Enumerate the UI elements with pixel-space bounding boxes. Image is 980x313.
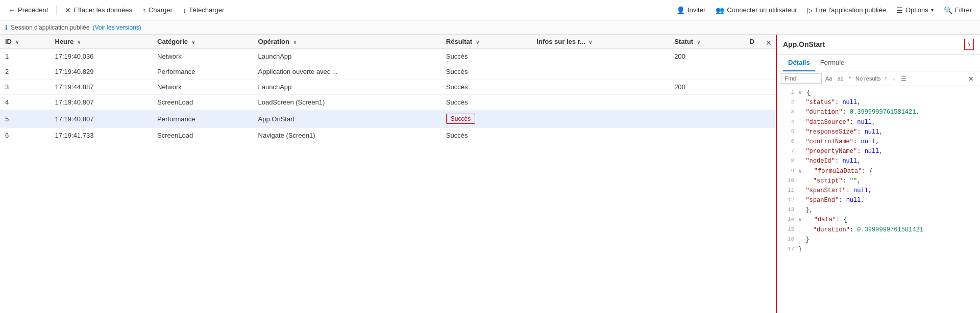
json-line: 6 "controlName": null, <box>777 137 980 147</box>
cell-id: 2 <box>0 64 50 80</box>
search-icon: 🔍 <box>944 6 952 14</box>
json-line: 9∨ "formulaData": { <box>777 167 980 176</box>
tab-details[interactable]: Détails <box>783 55 815 71</box>
cell-heure: 17:19:40.807 <box>50 110 153 128</box>
filter-button[interactable]: 🔍 Filtrer <box>940 4 976 16</box>
tab-formule[interactable]: Formule <box>815 55 850 71</box>
detail-panel-title: App.OnStart <box>783 40 825 48</box>
case-sensitive-icon[interactable]: Aa <box>824 74 834 83</box>
back-button[interactable]: ← Précédent <box>4 4 52 16</box>
find-input[interactable] <box>781 73 822 84</box>
table-body: 117:19:40.036NetworkLaunchAppSuccès20021… <box>0 49 776 143</box>
result-badge: Succès <box>446 114 475 124</box>
cell-operation: Application ouverte avec ... <box>253 64 441 80</box>
download-button[interactable]: ↓ Télécharger <box>179 4 228 16</box>
read-app-button[interactable]: ▷ Lire l'application publiée <box>803 4 890 16</box>
col-operation[interactable]: Opération ∨ <box>253 35 441 49</box>
cell-operation: LoadScreen (Screen1) <box>253 95 441 110</box>
cell-resultat: Succès <box>441 49 532 64</box>
json-line: 1∨ { <box>777 88 980 98</box>
cell-statut <box>669 95 744 110</box>
back-icon: ← <box>8 6 15 14</box>
cell-infos <box>531 80 669 95</box>
cell-id: 6 <box>0 128 50 143</box>
json-line: 12 "spanEnd": null, <box>777 196 980 205</box>
json-line: 14∨ "data": { <box>777 215 980 225</box>
options-icon: ☰ <box>896 6 903 14</box>
connect-user-button[interactable]: 👥 Connecter un utilisateur <box>712 4 801 16</box>
table-row[interactable]: 317:19:44.887NetworkLaunchAppSuccès200 <box>0 80 776 95</box>
cell-id: 1 <box>0 49 50 64</box>
cell-statut: 200 <box>669 49 744 64</box>
detail-expand-button[interactable]: › <box>964 39 974 50</box>
person-icon: 👤 <box>676 6 685 14</box>
cell-infos <box>531 110 669 128</box>
cell-infos <box>531 64 669 80</box>
cell-d <box>744 110 776 128</box>
cell-resultat: Succès <box>441 95 532 110</box>
invite-button[interactable]: 👤 Inviter <box>672 4 709 16</box>
json-toggle[interactable]: ∨ <box>798 168 805 175</box>
table-row[interactable]: 517:19:40.807PerformanceApp.OnStartSuccè… <box>0 110 776 128</box>
cell-infos <box>531 95 669 110</box>
json-line: 15 "duration": 0.3999999761581421 <box>777 225 980 235</box>
json-viewer: 1∨ {2 "status": null,3 "duration": 0.399… <box>777 86 980 313</box>
col-resultat[interactable]: Résultat ∨ <box>441 35 532 49</box>
clear-button[interactable]: ✕ Effacer les données <box>61 4 136 16</box>
toolbar-separator-1 <box>56 5 57 15</box>
session-text: Session d'application publiée <box>11 24 89 31</box>
detail-panel: App.OnStart › Détails Formule Aa ab * No… <box>776 35 980 313</box>
cell-statut: 200 <box>669 80 744 95</box>
col-heure[interactable]: Heure ∨ <box>50 35 153 49</box>
cell-heure: 17:19:41.733 <box>50 128 153 143</box>
cell-d <box>744 80 776 95</box>
cell-d <box>744 49 776 64</box>
cell-operation: Navigate (Screen1) <box>253 128 441 143</box>
session-bar: ℹ Session d'application publiée (Voir le… <box>0 20 980 35</box>
table-row[interactable]: 217:19:40.829PerformanceApplication ouve… <box>0 64 776 80</box>
regex-icon[interactable]: * <box>847 74 852 83</box>
cell-infos <box>531 128 669 143</box>
options-button[interactable]: ☰ Options ▾ <box>892 4 938 16</box>
cell-statut <box>669 64 744 80</box>
json-line: 10 "script": "", <box>777 176 980 186</box>
find-prev-button[interactable]: ↑ <box>883 74 889 83</box>
json-line: 16 } <box>777 235 980 245</box>
session-versions-link[interactable]: (Voir les versions) <box>92 24 141 31</box>
cell-id: 3 <box>0 80 50 95</box>
toolbar-right: 👤 Inviter 👥 Connecter un utilisateur ▷ L… <box>672 4 976 16</box>
table-row[interactable]: 617:19:41.733ScreenLoadNavigate (Screen1… <box>0 128 776 143</box>
whole-word-icon[interactable]: ab <box>836 74 845 83</box>
json-line: 3 "duration": 0.3999999761581421, <box>777 108 980 117</box>
main-layout: ID ∨ Heure ∨ Catégorie ∨ Opération ∨ Rés… <box>0 35 980 313</box>
cell-statut <box>669 128 744 143</box>
download-icon: ↓ <box>183 6 186 14</box>
detail-tabs: Détails Formule <box>777 55 980 71</box>
table-row[interactable]: 117:19:40.036NetworkLaunchAppSuccès200 <box>0 49 776 64</box>
find-close-button[interactable]: ✕ <box>966 74 976 84</box>
json-line: 17} <box>777 245 980 254</box>
cell-operation: App.OnStart <box>253 110 441 128</box>
find-next-button[interactable]: ↓ <box>891 74 897 83</box>
cell-categorie: Performance <box>152 64 253 80</box>
table-row[interactable]: 417:19:40.807ScreenLoadLoadScreen (Scree… <box>0 95 776 110</box>
json-line: 11 "spanStart": null, <box>777 186 980 196</box>
col-id[interactable]: ID ∨ <box>0 35 50 49</box>
cell-statut <box>669 110 744 128</box>
cell-heure: 17:19:44.887 <box>50 80 153 95</box>
info-icon: ℹ <box>5 24 8 31</box>
cell-heure: 17:19:40.036 <box>50 49 153 64</box>
load-button[interactable]: ↑ Charger <box>138 4 177 16</box>
col-categorie[interactable]: Catégorie ∨ <box>152 35 253 49</box>
cell-resultat: Succès <box>441 110 532 128</box>
col-infos[interactable]: Infos sur les r... ∨ <box>531 35 669 49</box>
find-options-button[interactable]: ☰ <box>899 74 908 83</box>
json-line: 2 "status": null, <box>777 98 980 108</box>
data-table: ID ∨ Heure ∨ Catégorie ∨ Opération ∨ Rés… <box>0 35 776 143</box>
cell-d <box>744 64 776 80</box>
col-statut[interactable]: Statut ∨ <box>669 35 744 49</box>
json-line: 7 "propertyName": null, <box>777 147 980 156</box>
close-table-button[interactable]: ✕ <box>766 39 772 47</box>
json-toggle[interactable]: ∨ <box>798 216 805 223</box>
json-toggle[interactable]: ∨ <box>798 89 805 96</box>
